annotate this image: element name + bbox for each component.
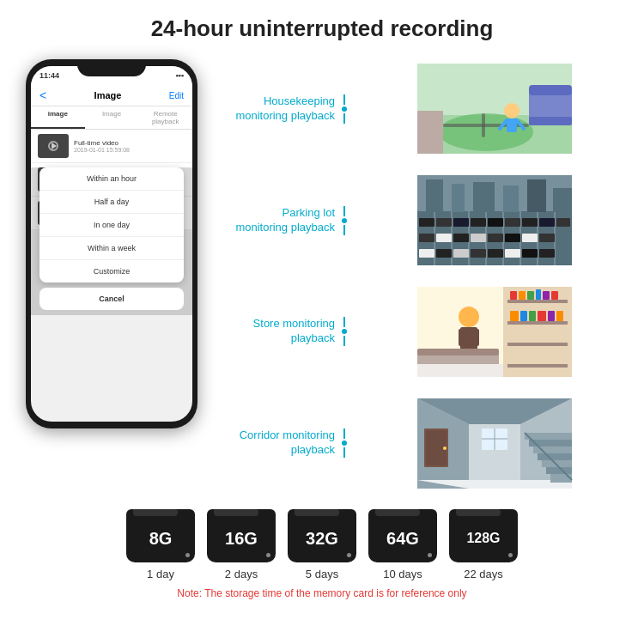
page-header: 24-hour uninterrupted recording — [0, 0, 644, 51]
svg-rect-4 — [482, 113, 485, 137]
svg-rect-76 — [472, 329, 479, 346]
svg-rect-80 — [417, 349, 499, 355]
storage-card-8g: 8G 1 day — [126, 509, 195, 580]
svg-rect-91 — [538, 453, 572, 460]
svg-rect-53 — [527, 179, 546, 212]
svg-rect-71 — [548, 311, 555, 321]
dropdown-within-hour[interactable]: Within an hour — [39, 167, 184, 191]
svg-rect-42 — [453, 249, 469, 258]
svg-rect-50 — [452, 184, 465, 212]
cancel-button[interactable]: Cancel — [39, 288, 184, 310]
svg-rect-27 — [488, 218, 503, 227]
monitoring-row-4: Corridor monitoringplayback — [223, 389, 635, 497]
video-item-1[interactable]: Full-time video 2019-01-01 15:59:08 — [31, 130, 192, 163]
svg-rect-52 — [503, 185, 519, 212]
svg-rect-59 — [507, 343, 568, 346]
sd-days-8g: 1 day — [147, 568, 174, 580]
svg-rect-49 — [426, 179, 443, 212]
tab-image2[interactable]: Image — [85, 106, 139, 129]
svg-rect-72 — [556, 311, 563, 321]
svg-rect-38 — [522, 234, 538, 242]
svg-rect-88 — [525, 433, 572, 440]
svg-rect-64 — [536, 289, 541, 300]
svg-rect-43 — [471, 249, 486, 258]
monitoring-label-1: Housekeepingmonitoring playback — [223, 94, 335, 124]
app-header: < Image Edit — [31, 85, 192, 106]
svg-rect-12 — [417, 111, 443, 154]
svg-rect-41 — [436, 249, 452, 258]
video-thumb-1 — [38, 134, 69, 158]
sd-card-128g: 128G — [449, 509, 518, 562]
svg-rect-62 — [519, 291, 526, 300]
sd-size-8g: 8G — [149, 529, 173, 549]
tab-remote-playback[interactable]: Remote playback — [138, 106, 192, 129]
svg-rect-58 — [507, 321, 568, 325]
time-display: 11:44 — [39, 71, 59, 80]
page-title: 24-hour uninterrupted recording — [9, 15, 635, 42]
svg-rect-57 — [507, 300, 568, 303]
monitoring-row-1: Housekeepingmonitoring playback — [223, 55, 635, 163]
sd-days-16g: 2 days — [225, 568, 258, 580]
svg-rect-94 — [550, 474, 572, 483]
sd-days-32g: 5 days — [306, 568, 338, 580]
svg-point-2 — [439, 113, 533, 151]
svg-rect-65 — [543, 291, 550, 300]
sd-card-8g: 8G — [126, 509, 195, 562]
svg-rect-25 — [453, 218, 469, 227]
svg-point-5 — [504, 103, 519, 118]
svg-rect-40 — [419, 249, 434, 258]
sd-card-64g: 64G — [368, 509, 437, 562]
phone-notch — [77, 59, 146, 76]
storage-note: Note: The storage time of the memory car… — [17, 587, 627, 599]
svg-rect-81 — [417, 364, 503, 377]
dropdown-half-day[interactable]: Half a day — [39, 191, 184, 214]
monitoring-row-3: Store monitoringplayback — [223, 278, 635, 386]
right-section: Housekeepingmonitoring playback — [223, 51, 635, 497]
svg-rect-36 — [488, 234, 503, 242]
storage-cards: 8G 1 day 16G 2 days 32G 5 days — [17, 509, 627, 580]
svg-rect-23 — [419, 218, 434, 227]
svg-rect-68 — [520, 311, 527, 321]
dropdown-week[interactable]: Within a week — [39, 237, 184, 260]
svg-point-98 — [443, 447, 447, 450]
svg-rect-54 — [553, 188, 572, 212]
svg-rect-69 — [529, 311, 536, 321]
tab-image[interactable]: image — [31, 106, 85, 129]
status-icons: ▪▪▪ — [175, 71, 184, 80]
storage-section: 8G 1 day 16G 2 days 32G 5 days — [0, 497, 644, 606]
storage-card-128g: 128G 22 days — [449, 509, 518, 580]
monitoring-img-1 — [354, 64, 635, 154]
phone-shell: 11:44 ▪▪▪ < Image Edit image Image Remot… — [26, 59, 197, 428]
svg-rect-37 — [505, 234, 520, 242]
edit-button[interactable]: Edit — [169, 91, 184, 100]
svg-rect-75 — [459, 329, 465, 346]
svg-rect-70 — [538, 311, 546, 321]
sd-size-128g: 128G — [466, 531, 500, 546]
monitoring-label-2: Parking lotmonitoring playback — [223, 206, 335, 235]
storage-card-32g: 32G 5 days — [288, 509, 356, 580]
svg-rect-44 — [488, 249, 503, 258]
svg-rect-60 — [507, 364, 568, 368]
main-content: 11:44 ▪▪▪ < Image Edit image Image Remot… — [0, 51, 644, 497]
svg-rect-51 — [473, 182, 495, 212]
monitoring-img-2 — [354, 175, 635, 265]
svg-rect-24 — [436, 218, 452, 227]
svg-rect-66 — [551, 291, 558, 300]
dropdown-menu: Within an hour Half a day In one day Wit… — [39, 167, 184, 283]
back-button[interactable]: < — [39, 88, 46, 102]
sd-card-32g: 32G — [288, 509, 356, 562]
phone-screen: 11:44 ▪▪▪ < Image Edit image Image Remot… — [31, 66, 192, 422]
svg-rect-11 — [529, 117, 572, 125]
svg-rect-46 — [522, 249, 538, 258]
storage-card-16g: 16G 2 days — [207, 509, 276, 580]
svg-rect-33 — [436, 234, 452, 242]
monitoring-img-4 — [354, 398, 635, 489]
app-title: Image — [94, 90, 122, 100]
sd-card-16g: 16G — [207, 509, 276, 562]
dropdown-customize[interactable]: Customize — [39, 260, 184, 283]
sd-days-128g: 22 days — [464, 568, 503, 580]
monitoring-img-3 — [354, 287, 635, 377]
dropdown-one-day[interactable]: In one day — [39, 214, 184, 237]
monitoring-label-3: Store monitoringplayback — [223, 317, 335, 346]
sd-days-64g: 10 days — [383, 568, 422, 580]
